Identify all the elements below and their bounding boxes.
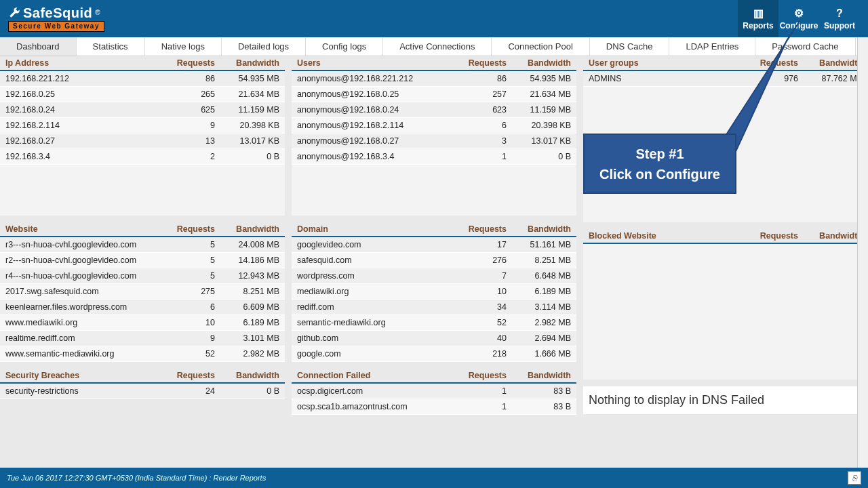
col-title: Website <box>5 224 161 234</box>
col-title: Domain <box>297 224 452 234</box>
tab-active-connections[interactable]: Active Connections <box>383 37 492 56</box>
panel-header: Security BreachesRequestsBandwidth <box>0 369 285 384</box>
cell-bandwidth: 87.762 MB <box>798 74 863 83</box>
cell-bandwidth: 2.982 MB <box>215 349 279 359</box>
cell-requests: 1 <box>452 152 507 161</box>
nav-reports[interactable]: ▥ Reports <box>738 0 778 37</box>
instruction-callout: Step #1 Click on Configure <box>583 134 736 194</box>
cell-requests: 10 <box>452 287 507 296</box>
cell-bandwidth: 2.694 MB <box>507 333 571 343</box>
tab-password-cache[interactable]: Password Cache <box>755 37 855 56</box>
panel-header: User groupsRequestsBandwidth <box>583 56 868 71</box>
panel-header: Blocked WebsiteRequestsBandwidth <box>583 229 868 244</box>
table-row[interactable]: realtime.rediff.com93.101 MB <box>0 331 285 346</box>
nav-support[interactable]: ? Support <box>819 0 860 37</box>
table-row[interactable]: anonymous@192.168.0.27313.017 KB <box>292 134 576 149</box>
tab-connection-pool[interactable]: Connection Pool <box>492 37 589 56</box>
cell-requests: 1 <box>452 402 507 411</box>
table-row[interactable]: anonymous@192.168.221.2128654.935 MB <box>292 71 576 87</box>
tab-dns-cache[interactable]: DNS Cache <box>590 37 670 56</box>
table-row[interactable]: 192.168.0.2462511.159 MB <box>0 102 285 118</box>
cell-name: ocsp.sca1b.amazontrust.com <box>297 402 452 411</box>
cell-name: 2017.swg.safesquid.com <box>5 287 161 296</box>
col-title: Security Breaches <box>5 371 161 380</box>
tab-ldap-entries[interactable]: LDAP Entries <box>669 37 755 56</box>
col-requests: Requests <box>161 58 215 68</box>
table-row[interactable]: semantic-mediawiki.org522.982 MB <box>292 315 576 331</box>
cell-requests: 2 <box>161 152 215 161</box>
table-row[interactable]: googlevideo.com1751.161 MB <box>292 237 576 253</box>
table-row[interactable]: anonymous@192.168.2.114620.398 KB <box>292 118 576 134</box>
table-row[interactable]: ocsp.sca1b.amazontrust.com183 B <box>292 399 576 415</box>
tab-statistics[interactable]: Statistics <box>77 37 145 56</box>
col-title: Users <box>297 58 452 68</box>
cell-bandwidth: 13.017 KB <box>507 136 571 146</box>
table-row[interactable]: anonymous@192.168.0.2525721.634 MB <box>292 87 576 102</box>
table-row[interactable]: keenlearner.files.wordpress.com66.609 MB <box>0 300 285 315</box>
cell-bandwidth: 11.159 MB <box>507 105 571 115</box>
cell-bandwidth: 6.609 MB <box>215 302 279 312</box>
cell-bandwidth: 24.008 MB <box>215 240 279 249</box>
col-requests: Requests <box>744 58 798 68</box>
cell-name: 192.168.3.4 <box>5 152 161 161</box>
table-row[interactable]: anonymous@192.168.0.2462311.159 MB <box>292 102 576 118</box>
table-row[interactable]: anonymous@192.168.3.410 B <box>292 149 576 165</box>
cell-name: www.semantic-mediawiki.org <box>5 349 161 359</box>
cell-requests: 86 <box>161 74 215 83</box>
cell-bandwidth: 6.648 MB <box>507 271 571 281</box>
col-bandwidth: Bandwidth <box>507 371 571 380</box>
callout-line2: Click on Configure <box>599 164 720 184</box>
table-row[interactable]: rediff.com343.114 MB <box>292 300 576 315</box>
gear-icon: ⚙ <box>794 7 804 20</box>
col-bandwidth: Bandwidth <box>798 231 863 241</box>
table-row[interactable]: r3---sn-huoa-cvhl.googlevideo.com524.008… <box>0 237 285 253</box>
tab-native-logs[interactable]: Native logs <box>145 37 222 56</box>
cell-requests: 24 <box>161 386 215 396</box>
table-row[interactable]: safesquid.com2768.251 MB <box>292 253 576 268</box>
nav-label: Configure <box>780 21 818 30</box>
cell-requests: 3 <box>452 136 507 146</box>
cell-name: google.com <box>297 349 452 359</box>
cell-bandwidth: 20.398 KB <box>215 121 279 130</box>
table-row[interactable]: wordpress.com76.648 MB <box>292 268 576 284</box>
panel-header: Connection FailedRequestsBandwidth <box>292 369 576 384</box>
table-row[interactable]: r2---sn-huoa-cvhl.googlevideo.com514.186… <box>0 253 285 268</box>
dashboard-content: Ip AddressRequestsBandwidth192.168.221.2… <box>0 56 868 472</box>
cell-requests: 257 <box>452 89 507 99</box>
tab-detailed-logs[interactable]: Detailed logs <box>222 37 306 56</box>
table-row[interactable]: www.semantic-mediawiki.org522.982 MB <box>0 346 285 362</box>
panel-dnsfail: Nothing to display in DNS Failed <box>583 386 868 414</box>
nav-configure[interactable]: ⚙ Configure <box>778 0 819 37</box>
table-row[interactable]: 192.168.3.420 B <box>0 149 285 165</box>
col-bandwidth: Bandwidth <box>215 371 279 380</box>
export-icon[interactable]: ⎘ <box>848 471 861 485</box>
table-row[interactable]: security-restrictions240 B <box>0 384 285 399</box>
table-row[interactable]: 192.168.221.2128654.935 MB <box>0 71 285 87</box>
scrollbar-track[interactable] <box>857 37 868 468</box>
table-row[interactable]: ADMINS97687.762 MB <box>583 71 868 87</box>
cell-requests: 7 <box>452 271 507 281</box>
table-row[interactable]: www.mediawiki.org106.189 MB <box>0 315 285 331</box>
table-row[interactable]: 192.168.2.114920.398 KB <box>0 118 285 134</box>
brand-tagline: Secure Web Gateway <box>8 21 104 32</box>
panel-domain: DomainRequestsBandwidthgooglevideo.com17… <box>292 222 576 362</box>
cell-requests: 9 <box>161 333 215 343</box>
table-row[interactable]: 192.168.0.271313.017 KB <box>0 134 285 149</box>
table-row[interactable]: github.com402.694 MB <box>292 331 576 346</box>
tab-dashboard[interactable]: Dashboard <box>0 37 77 56</box>
panel-blocked: Blocked WebsiteRequestsBandwidth <box>583 229 868 380</box>
cell-name: anonymous@192.168.0.24 <box>297 105 452 115</box>
panel-header: DomainRequestsBandwidth <box>292 222 576 237</box>
tab-bar: DashboardStatisticsNative logsDetailed l… <box>0 37 868 56</box>
table-row[interactable]: google.com2181.666 MB <box>292 346 576 362</box>
nav-label: Support <box>824 21 855 30</box>
tab-config-logs[interactable]: Config logs <box>306 37 383 56</box>
table-row[interactable]: ocsp.digicert.com183 B <box>292 384 576 399</box>
table-row[interactable]: 2017.swg.safesquid.com2758.251 MB <box>0 284 285 300</box>
col-title: Blocked Website <box>589 231 744 241</box>
col-requests: Requests <box>744 231 798 241</box>
table-row[interactable]: mediawiki.org106.189 MB <box>292 284 576 300</box>
table-row[interactable]: r4---sn-huoa-cvhl.googlevideo.com512.943… <box>0 268 285 284</box>
cell-name: realtime.rediff.com <box>5 333 161 343</box>
table-row[interactable]: 192.168.0.2526521.634 MB <box>0 87 285 102</box>
